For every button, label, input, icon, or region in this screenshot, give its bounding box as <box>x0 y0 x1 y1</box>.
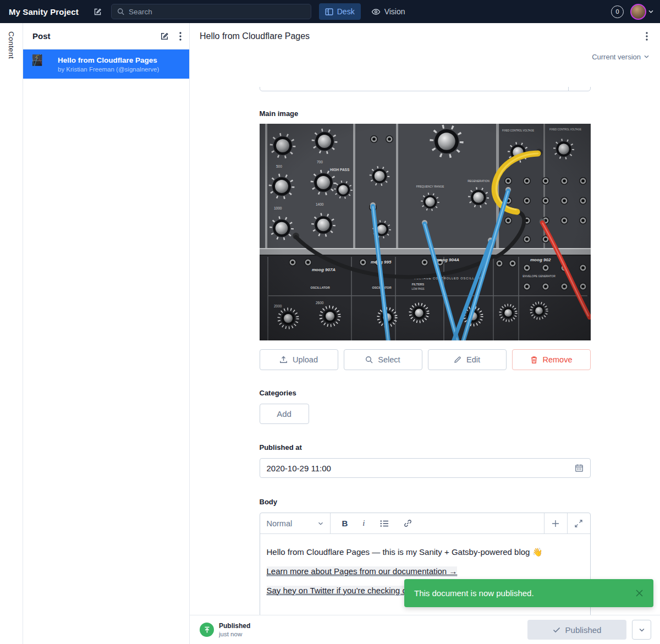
trash-icon <box>530 356 538 364</box>
add-category-button[interactable]: Add <box>260 404 309 424</box>
publish-status-chip: Published just now <box>200 622 250 637</box>
version-selector[interactable]: Current version <box>592 53 649 61</box>
document-title: Hello from Cloudflare Pages <box>200 31 644 41</box>
remove-button[interactable]: Remove <box>512 349 591 370</box>
publish-status-title: Published <box>219 622 250 630</box>
search-icon <box>365 356 373 364</box>
desk-icon <box>325 8 333 16</box>
publish-button-label: Published <box>565 625 602 635</box>
avatar-chevron-down-icon[interactable] <box>648 10 653 13</box>
upload-button[interactable]: Upload <box>260 349 338 370</box>
notification-badge[interactable]: 0 <box>611 5 624 18</box>
published-at-field <box>260 458 591 478</box>
document-scroll-area[interactable]: Main image Upload Select <box>190 87 660 615</box>
text-style-select[interactable]: Normal <box>260 513 331 533</box>
upload-icon <box>279 356 288 364</box>
pane-menu-button[interactable] <box>179 32 182 41</box>
slug-field-partial[interactable] <box>260 87 591 91</box>
tab-desk-label: Desk <box>337 7 355 16</box>
pencil-icon <box>454 356 461 364</box>
tab-vision-label: Vision <box>384 7 405 16</box>
link-icon <box>404 519 412 527</box>
document-footer: Published just now Published <box>190 615 660 644</box>
pane-title: Post <box>32 31 160 41</box>
select-label: Select <box>378 355 400 364</box>
slug-generate-divider <box>568 87 569 91</box>
compose-icon <box>93 7 102 16</box>
document-panel: Hello from Cloudflare Pages Current vers… <box>190 23 660 644</box>
categories-label: Categories <box>260 389 591 397</box>
search-input[interactable] <box>129 8 305 16</box>
expand-icon <box>575 520 582 527</box>
project-title: My Sanity Project <box>9 7 79 16</box>
tab-vision[interactable]: Vision <box>365 3 411 20</box>
toast-close-button[interactable] <box>635 589 644 597</box>
dots-vertical-icon <box>179 32 182 41</box>
body-label: Body <box>260 498 591 506</box>
chevron-down-icon <box>639 628 645 632</box>
upload-label: Upload <box>293 355 318 364</box>
edit-label: Edit <box>466 355 480 364</box>
body-paragraph[interactable]: Hello from Cloudflare Pages — this is my… <box>267 547 584 558</box>
tab-desk[interactable]: Desk <box>319 3 361 20</box>
edit-button[interactable]: Edit <box>428 349 507 370</box>
italic-button[interactable]: i <box>362 519 365 528</box>
insert-block-button[interactable] <box>544 513 567 533</box>
list-item[interactable]: Hello from Cloudflare Pages by Kristian … <box>23 49 189 79</box>
check-icon <box>553 627 560 633</box>
main-image-photo[interactable] <box>260 124 591 340</box>
chevron-down-icon <box>644 55 649 58</box>
body-link-documentation[interactable]: Learn more about Pages from our document… <box>267 566 458 576</box>
list-item-thumbnail <box>32 54 52 74</box>
toast-message: This document is now published. <box>414 588 534 598</box>
main-image-label: Main image <box>260 109 591 118</box>
new-document-button[interactable] <box>160 31 169 41</box>
search-icon <box>117 8 124 15</box>
chevron-down-icon <box>318 522 323 525</box>
text-style-value: Normal <box>267 519 293 528</box>
publish-button[interactable]: Published <box>527 620 626 640</box>
bullet-list-icon <box>380 520 389 527</box>
list-item-subtitle: by Kristian Freeman (@signalnerve) <box>58 66 159 73</box>
fullscreen-button[interactable] <box>567 513 590 533</box>
editor-toolbar: Normal B i <box>260 513 590 534</box>
content-rail: Content <box>0 23 23 644</box>
version-label: Current version <box>592 53 641 61</box>
compose-icon <box>160 31 169 41</box>
avatar[interactable] <box>630 4 646 20</box>
bullet-list-button[interactable] <box>380 520 389 527</box>
top-navbar: My Sanity Project Desk Vision 0 <box>0 0 660 23</box>
close-icon <box>635 589 644 597</box>
document-menu-button[interactable] <box>644 30 650 43</box>
post-list-pane: Post Hello from Cloudflare Pages by Kris… <box>23 23 190 644</box>
bold-button[interactable]: B <box>342 519 348 528</box>
calendar-button[interactable] <box>575 464 584 472</box>
publish-toast: This document is now published. <box>404 579 653 607</box>
list-item-title: Hello from Cloudflare Pages <box>58 56 159 64</box>
dots-vertical-icon <box>646 32 648 41</box>
compose-button[interactable] <box>93 7 102 16</box>
calendar-icon <box>575 464 584 472</box>
published-at-label: Published at <box>260 443 591 452</box>
remove-label: Remove <box>543 355 573 364</box>
rail-content-tab[interactable]: Content <box>7 31 15 59</box>
published-at-input[interactable] <box>267 464 575 473</box>
pane-header: Post <box>23 23 189 49</box>
search-bar <box>111 4 311 19</box>
select-button[interactable]: Select <box>344 349 422 370</box>
publish-status-time: just now <box>219 631 250 637</box>
eye-icon <box>371 8 381 16</box>
publish-menu-button[interactable] <box>632 620 651 640</box>
plus-icon <box>552 520 559 527</box>
published-status-icon <box>200 623 214 637</box>
document-header: Hello from Cloudflare Pages Current vers… <box>190 23 660 87</box>
link-button[interactable] <box>404 519 412 527</box>
